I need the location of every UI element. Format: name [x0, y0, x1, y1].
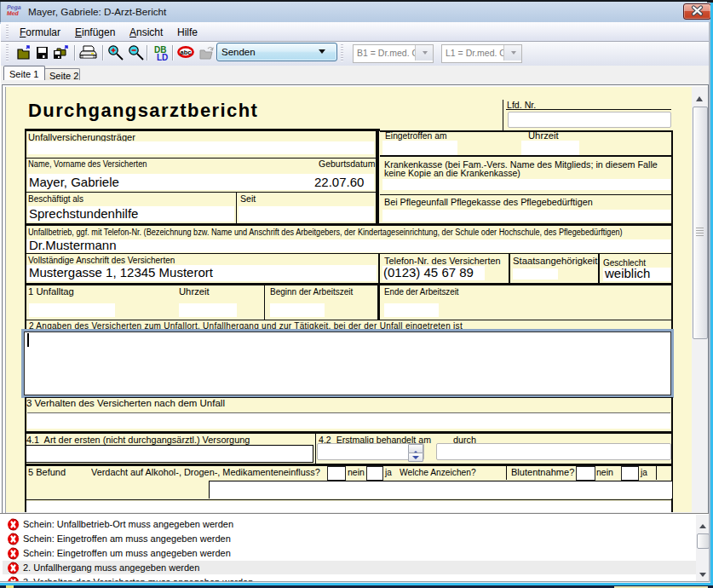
svg-text:abc: abc [181, 49, 192, 56]
svg-text:LD: LD [157, 53, 168, 62]
